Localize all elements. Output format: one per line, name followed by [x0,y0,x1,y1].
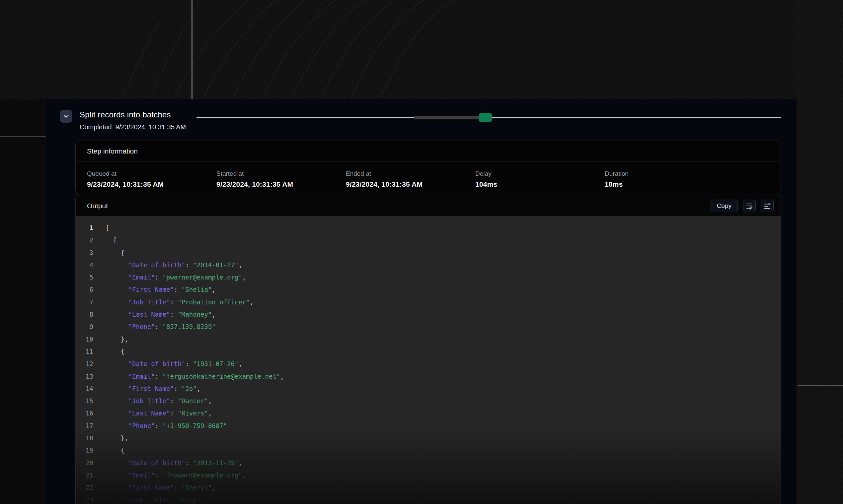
timeline-progress-segment [414,116,479,119]
code-line: 14 "First Name": "Jo", [76,383,780,395]
background-left-strip [0,100,46,504]
code-line: 18 }, [76,432,780,444]
step-field: Ended at9/23/2024, 10:31:35 AM [346,170,475,188]
line-number: 23 [76,494,93,504]
timeline-track[interactable] [196,118,781,118]
step-detail-panel: Split records into batches Completed: 9/… [46,99,796,504]
code-line: 8 "Last Name": "Mahoney", [76,308,780,321]
line-content: "Email": "pwarner@example.org", [93,271,246,284]
background-texture-right [796,0,843,504]
code-line: 21 "Email": "fhoward@example.org", [76,469,780,482]
step-status-text: Completed: 9/23/2024, 10:31:35 AM [80,123,186,131]
step-field: Started at9/23/2024, 10:31:35 AM [217,170,346,188]
step-titles: Split records into batches Completed: 9/… [80,110,186,131]
line-number: 11 [76,345,93,358]
output-toolbar: Copy [710,200,774,212]
copy-button[interactable]: Copy [710,200,738,212]
line-content: "Job Title": "Probation officer", [93,296,254,308]
code-line: 4 "Date of birth": "2014-01-27", [76,259,780,271]
field-value: 104ms [475,180,605,188]
line-number: 6 [76,284,93,296]
line-content: "First Name": "Shelia", [93,284,216,296]
field-value: 9/23/2024, 10:31:35 AM [87,180,217,188]
wrap-lines-button[interactable] [743,200,756,212]
line-content: [ [93,234,117,246]
code-line: 11 { [76,345,780,358]
line-content: "Last Name": "Mahoney", [93,308,216,321]
field-value: 9/23/2024, 10:31:35 AM [217,180,346,188]
line-content: }, [93,333,128,345]
line-content: "First Name": "Jo", [93,383,201,395]
line-number: 12 [76,358,93,370]
output-box: Output Copy [75,195,781,504]
line-number: 14 [76,383,93,395]
line-content: "Job Title": "Copy", [93,494,204,504]
line-content: "Date of birth": "1931-07-26", [93,358,242,370]
output-header: Output Copy [76,195,780,216]
line-number: 1 [76,222,93,234]
code-line: 3 { [76,247,780,259]
line-number: 4 [76,259,93,271]
code-viewport[interactable]: 1[2 [3 {4 "Date of birth": "2014-01-27",… [76,216,780,504]
timeline-handle[interactable] [479,113,492,122]
field-label: Duration [605,170,629,177]
background-horizontal-line-right [797,385,843,386]
line-number: 3 [76,247,93,259]
chevron-down-icon [63,115,69,118]
line-number: 8 [76,308,93,321]
line-number: 5 [76,271,93,284]
field-label: Started at [217,170,346,177]
code-line: 5 "Email": "pwarner@example.org", [76,271,780,284]
scroll-to-top-button[interactable] [761,200,774,212]
code-line: 22 "First Name": "Sheryl", [76,482,780,494]
code-line: 6 "First Name": "Shelia", [76,284,780,296]
line-number: 9 [76,321,93,333]
code-line: 16 "Last Name": "Rivers", [76,407,780,419]
code-line: 20 "Date of birth": "2013-11-25", [76,457,780,469]
step-field: Queued at9/23/2024, 10:31:35 AM [87,170,217,188]
line-content: "Job Title": "Dancer", [93,395,212,407]
code-line: 2 [ [76,234,780,246]
field-label: Queued at [87,170,217,177]
line-number: 13 [76,371,93,383]
field-value: 9/23/2024, 10:31:35 AM [346,180,475,188]
background-texture-top [0,0,843,100]
step-header: Split records into batches Completed: 9/… [60,110,186,131]
field-label: Delay [475,170,605,177]
step-field: Delay104ms [475,170,605,188]
line-number: 10 [76,333,93,345]
line-number: 20 [76,457,93,469]
step-information-header: Step information [76,141,780,161]
line-number: 18 [76,432,93,444]
code-line: 7 "Job Title": "Probation officer", [76,296,780,308]
line-number: 16 [76,407,93,419]
background-horizontal-line-left [0,136,46,137]
line-content: }, [93,432,128,444]
line-number: 15 [76,395,93,407]
field-value: 18ms [605,180,629,188]
line-content: "Phone": "857.139.8239" [93,321,216,333]
line-number: 19 [76,444,93,456]
step-information-box: Step information Queued at9/23/2024, 10:… [75,141,781,194]
line-content: "Email": "fhoward@example.org", [93,469,246,482]
line-number: 7 [76,296,93,308]
line-content: "Email": "fergusonkatherine@example.net"… [93,371,284,383]
step-field: Duration18ms [605,170,629,188]
line-content: { [93,247,124,259]
step-title: Split records into batches [80,110,186,119]
line-content: "First Name": "Sheryl", [93,482,216,494]
line-number: 21 [76,469,93,482]
wrap-lines-icon [745,202,753,210]
line-content: "Phone": "+1-950-759-8687" [93,420,227,432]
background-vertical-line [191,0,192,99]
line-content: "Last Name": "Rivers", [93,407,212,419]
line-content: [ [93,222,109,234]
code-line: 17 "Phone": "+1-950-759-8687" [76,420,780,432]
step-fields: Queued at9/23/2024, 10:31:35 AMStarted a… [76,161,780,188]
output-title: Output [87,202,108,210]
scroll-to-top-icon [763,202,771,210]
code-line: 1[ [76,222,780,234]
code-line: 15 "Job Title": "Dancer", [76,395,780,407]
line-content: { [93,444,124,456]
collapse-step-button[interactable] [60,110,72,123]
